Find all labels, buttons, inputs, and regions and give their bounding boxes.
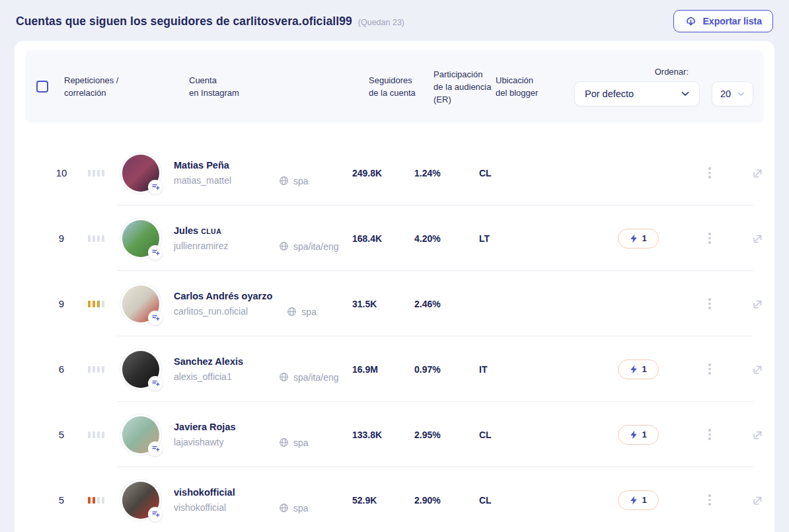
languages: spa [293, 437, 309, 448]
kebab-vertical-icon [708, 494, 711, 497]
arrow-up-right-icon [752, 233, 764, 245]
languages-cell: spa [279, 422, 309, 448]
row-menu-button[interactable] [705, 295, 714, 312]
username: jullienramirez [174, 241, 264, 251]
sort-select[interactable]: Por defecto [574, 81, 700, 106]
languages-cell: spa [287, 291, 317, 317]
username: lajavishawty [174, 437, 264, 447]
languages: spa/ita/eng [293, 372, 339, 383]
row-menu-button[interactable] [705, 165, 714, 181]
username: carlitos_run.oficial [174, 306, 272, 317]
influencer-name-line[interactable]: vishokofficial [174, 487, 264, 498]
username: alexis_officia1 [174, 371, 264, 382]
row-menu-button[interactable] [705, 361, 714, 377]
kebab-vertical-icon [708, 363, 711, 366]
sort-select-value: Por defecto [585, 89, 634, 99]
influencer-name: Matias Peña [174, 160, 229, 171]
column-repetitions: Repeticiones / correlación [64, 74, 189, 99]
correlation-bars [88, 497, 118, 504]
page-title: Cuentas que siguen los seguidores de car… [16, 15, 352, 28]
globe-icon [279, 503, 289, 513]
er-value: 2.90% [414, 495, 479, 506]
column-account: Cuenta en Instagram [189, 74, 369, 99]
influencer-name-line[interactable]: Sanchez Alexis [174, 356, 264, 367]
add-to-list-button[interactable] [148, 311, 163, 325]
languages: spa [293, 176, 309, 186]
languages: spa [301, 307, 317, 317]
page-size-value: 20 [720, 89, 731, 99]
influencer-name: Carlos Andrés oyarzo [174, 291, 272, 301]
languages-cell: spa [279, 160, 309, 186]
row-menu-button[interactable] [705, 426, 714, 443]
correlation-bars [88, 366, 118, 373]
location-value: LT [479, 233, 519, 244]
languages-cell: spa [279, 487, 309, 513]
influencer-name: Javiera Rojas [174, 422, 236, 432]
username: matias_mattel [174, 175, 264, 186]
influencer-name-line[interactable]: Jules CLUA [174, 225, 264, 236]
influencer-name-line[interactable]: Carlos Andrés oyarzo [174, 291, 272, 301]
table-row: 9 Carlos Andrés oyarzo [15, 271, 774, 336]
open-profile-button[interactable] [752, 363, 764, 375]
boost-button[interactable]: 1 [618, 425, 659, 445]
influencer-name: Sanchez Alexis [174, 356, 243, 367]
globe-icon [287, 307, 297, 317]
globe-icon [279, 437, 289, 447]
boost-button[interactable]: 1 [618, 229, 659, 248]
lightning-bolt-icon [630, 234, 638, 243]
languages: spa [293, 503, 309, 513]
er-value: 1.24% [414, 168, 479, 178]
boost-button[interactable]: 1 [618, 490, 659, 510]
languages-cell: spa/ita/eng [279, 225, 339, 252]
influencer-name-line[interactable]: Matias Peña [174, 160, 264, 171]
open-profile-button[interactable] [752, 167, 764, 179]
chevron-down-icon [681, 91, 689, 96]
export-list-button[interactable]: Exportar lista [673, 10, 773, 32]
open-profile-button[interactable] [752, 233, 764, 245]
lightning-bolt-icon [630, 496, 638, 505]
table-row: 6 Sanchez Alexis [15, 336, 774, 402]
boost-button[interactable]: 1 [618, 360, 659, 379]
page-title-wrap: Cuentas que siguen los seguidores de car… [16, 15, 404, 28]
influencer-name: Jules [174, 225, 198, 236]
playlist-add-icon [151, 248, 160, 256]
arrow-up-right-icon [752, 494, 764, 506]
influencer-name-line[interactable]: Javiera Rojas [174, 422, 264, 432]
kebab-vertical-icon [708, 167, 711, 170]
sort-area: Ordenar: Por defecto 20 [574, 67, 753, 106]
page-size-select[interactable]: 20 [712, 81, 753, 106]
playlist-add-icon [151, 182, 160, 191]
row-menu-button[interactable] [705, 492, 714, 508]
open-profile-button[interactable] [752, 494, 764, 506]
kebab-vertical-icon [708, 429, 711, 432]
repetitions-count: 5 [45, 494, 78, 506]
chevron-down-icon [737, 92, 745, 96]
globe-icon [279, 176, 289, 186]
kebab-vertical-icon [708, 298, 711, 301]
location-value: CL [479, 430, 519, 440]
er-value: 0.97% [414, 364, 479, 375]
kebab-vertical-icon [708, 233, 711, 235]
arrow-up-right-icon [752, 298, 764, 310]
followers-value: 168.4K [352, 233, 414, 244]
column-engagement: Participación de la audiencia (ER) [433, 68, 496, 106]
followers-value: 249.8K [352, 168, 414, 178]
row-menu-button[interactable] [705, 230, 714, 247]
add-to-list-button[interactable] [148, 376, 163, 391]
followers-value: 16.9M [352, 364, 414, 375]
add-to-list-button[interactable] [148, 441, 163, 456]
playlist-add-icon [151, 510, 160, 518]
sort-label: Ordenar: [655, 67, 689, 77]
open-profile-button[interactable] [752, 429, 764, 441]
influencer-name-suffix: CLUA [201, 227, 221, 235]
add-to-list-button[interactable] [148, 180, 163, 194]
arrow-up-right-icon [752, 429, 764, 441]
add-to-list-button[interactable] [148, 245, 163, 260]
lightning-bolt-icon [630, 430, 638, 439]
select-all-checkbox[interactable] [36, 81, 48, 93]
open-profile-button[interactable] [752, 298, 764, 310]
column-location: Ubicación del blogger [496, 74, 568, 99]
remaining-count: (Quedan 23) [358, 18, 404, 27]
globe-icon [279, 372, 289, 382]
add-to-list-button[interactable] [148, 507, 163, 521]
